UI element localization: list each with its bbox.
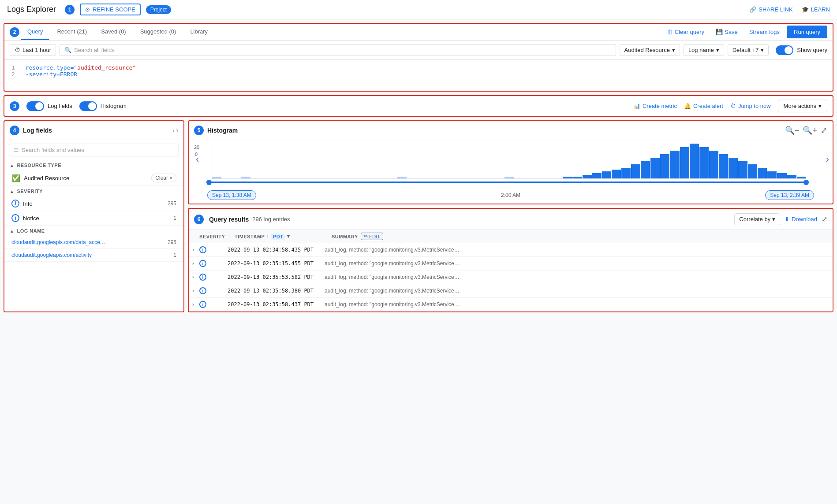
row-expand-icon[interactable]: › <box>192 260 199 267</box>
histogram-bar <box>670 151 679 178</box>
time-end-pill: Sep 13, 2:39 AM <box>765 190 814 200</box>
histogram-bar <box>397 177 407 178</box>
results-rows: › i 2022-09-13 02:34:58.435 PDT audit_lo… <box>189 243 833 311</box>
row-expand-icon[interactable]: › <box>192 288 199 294</box>
refine-scope-button[interactable]: ⊙ REFINE SCOPE <box>80 4 141 15</box>
create-alert-button[interactable]: 🔔 Create alert <box>684 103 723 109</box>
row-expand-icon[interactable]: › <box>192 274 199 280</box>
pdt-chevron: ▾ <box>287 233 290 239</box>
section-severity[interactable]: ▲ SEVERITY <box>4 186 183 196</box>
search-icon: 🔍 <box>64 47 71 53</box>
step-badge-2: 2 <box>10 27 19 37</box>
histogram-bar <box>602 171 611 178</box>
run-query-button[interactable]: Run query <box>787 26 827 38</box>
jump-to-now-button[interactable]: ⏱ Jump to now <box>730 103 771 109</box>
chevron-down-icon-2: ▾ <box>716 47 719 53</box>
step-badge-3: 3 <box>10 101 19 111</box>
histogram-panel: 5 Histogram 🔍− 🔍+ ⤢ 20 0 ‹ › <box>188 120 833 204</box>
learn-icon: 🎓 <box>802 6 809 13</box>
top-bar-right: 🔗 SHARE LINK 🎓 LEARN <box>749 6 830 13</box>
search-all-fields-input[interactable]: 🔍 Search all fields <box>60 44 616 56</box>
time-range-button[interactable]: ⏱ Last 1 hour <box>10 44 56 56</box>
line-number-1: 1 <box>11 64 15 71</box>
share-link-button[interactable]: 🔗 SHARE LINK <box>749 6 792 13</box>
log-fields-search[interactable]: ☰ Search fields and values <box>9 144 179 156</box>
row-severity: i <box>199 301 228 308</box>
line-number-2: 2 <box>11 71 15 78</box>
bell-icon: 🔔 <box>684 103 691 109</box>
notice-severity-icon: i <box>11 214 19 222</box>
log-fields-toggle-switch[interactable] <box>26 101 44 111</box>
clock-icon: ⏱ <box>15 47 20 53</box>
fullscreen-button[interactable]: ⤢ <box>822 215 827 223</box>
col-header-timestamp: TIMESTAMP ↑ PDT ▾ <box>235 233 332 240</box>
expand-button[interactable]: ⤢ <box>821 126 827 135</box>
stream-logs-button[interactable]: Stream logs <box>745 26 784 38</box>
row-expand-icon[interactable]: › <box>192 301 199 308</box>
histogram-bar <box>748 164 757 178</box>
info-severity-icon: i <box>11 200 19 208</box>
results-header: 6 Query results 296 log entries Correlat… <box>189 209 833 230</box>
more-actions-button[interactable]: More actions ▾ <box>778 100 827 112</box>
pdt-pill[interactable]: PDT <box>271 233 286 240</box>
correlate-by-button[interactable]: Correlate by ▾ <box>734 213 780 225</box>
create-metric-button[interactable]: 📊 Create metric <box>633 103 677 109</box>
table-row[interactable]: › i 2022-09-13 02:35:58.437 PDT audit_lo… <box>189 298 833 311</box>
histogram-toggle-switch[interactable] <box>79 101 97 111</box>
edit-columns-button[interactable]: ✏ EDIT <box>361 233 383 240</box>
zoom-in-button[interactable]: 🔍+ <box>803 126 817 135</box>
toggle-switch[interactable] <box>776 45 793 55</box>
histogram-bar <box>680 147 689 178</box>
table-row[interactable]: › i 2022-09-13 02:34:58.435 PDT audit_lo… <box>189 243 833 257</box>
table-row[interactable]: › i 2022-09-13 02:35:15.455 PDT audit_lo… <box>189 257 833 271</box>
row-timestamp: 2022-09-13 02:35:58.380 PDT <box>228 288 325 294</box>
query-editor[interactable]: 1 resource.type="audited_resource" 2 -se… <box>4 60 833 91</box>
zoom-out-button[interactable]: 🔍− <box>785 126 800 135</box>
row-expand-icon[interactable]: › <box>192 247 199 253</box>
chevron-down-icon-more: ▾ <box>818 103 822 109</box>
histogram-bar <box>758 168 767 178</box>
log-fields-toggle[interactable]: Log fields <box>26 101 72 111</box>
tab-recent[interactable]: Recent (21) <box>51 24 93 40</box>
clear-audited-resource-button[interactable]: Clear × <box>151 174 176 182</box>
save-button[interactable]: 💾 Save <box>711 26 742 38</box>
default-plus7-filter[interactable]: Default +7 ▾ <box>728 44 769 56</box>
histogram-bar <box>787 175 796 178</box>
histogram-bar <box>660 154 669 178</box>
table-row[interactable]: › i 2022-09-13 02:35:53.582 PDT audit_lo… <box>189 271 833 284</box>
clear-query-button[interactable]: 🗑 Clear query <box>663 26 709 38</box>
download-button[interactable]: ⬇ Download <box>785 216 817 222</box>
query-tabs: 2 Query Recent (21) Saved (0) Suggested … <box>4 24 833 41</box>
time-mid-label: 2:00 AM <box>501 192 520 198</box>
section-resource-type[interactable]: ▲ RESOURCE TYPE <box>4 160 183 170</box>
info-field-row: i Info 295 <box>4 196 183 211</box>
histogram-bar <box>212 177 221 178</box>
chevron-down-icon-correlate: ▾ <box>772 216 775 222</box>
histogram-bar <box>631 164 640 178</box>
tab-library[interactable]: Library <box>184 24 214 40</box>
audited-resource-filter[interactable]: Audited Resource ▾ <box>620 44 680 56</box>
main-content: 4 Log fields ‹ › ☰ Search fields and val… <box>4 120 833 312</box>
clock-now-icon: ⏱ <box>730 103 736 109</box>
info-icon: i <box>199 301 206 308</box>
tab-saved[interactable]: Saved (0) <box>95 24 132 40</box>
log-fields-panel: 4 Log fields ‹ › ☰ Search fields and val… <box>4 120 184 312</box>
row-timestamp: 2022-09-13 02:35:15.455 PDT <box>228 260 325 267</box>
section-log-name[interactable]: ▲ LOG NAME <box>4 226 183 236</box>
audited-resource-field-row: ✅ Audited Resource Clear × <box>4 170 183 186</box>
results-actions: Correlate by ▾ ⬇ Download ⤢ <box>734 213 827 225</box>
tab-query[interactable]: Query <box>21 24 49 40</box>
log-name-filter[interactable]: Log name ▾ <box>684 44 724 56</box>
histogram-nav-right[interactable]: › <box>826 154 829 165</box>
histogram-bar <box>777 173 786 178</box>
show-query-toggle[interactable]: Show query <box>776 45 827 55</box>
top-bar: Logs Explorer 1 ⊙ REFINE SCOPE Project 🔗… <box>0 0 837 19</box>
histogram-nav-left[interactable]: ‹ <box>196 154 199 165</box>
row-severity: i <box>199 287 228 294</box>
histogram-toggle[interactable]: Histogram <box>79 101 127 111</box>
tab-suggested[interactable]: Suggested (0) <box>134 24 183 40</box>
log-fields-arrows[interactable]: ‹ › <box>172 127 178 134</box>
table-row[interactable]: › i 2022-09-13 02:35:58.380 PDT audit_lo… <box>189 284 833 298</box>
learn-button[interactable]: 🎓 LEARN <box>802 6 830 13</box>
row-timestamp: 2022-09-13 02:35:53.582 PDT <box>228 274 325 280</box>
